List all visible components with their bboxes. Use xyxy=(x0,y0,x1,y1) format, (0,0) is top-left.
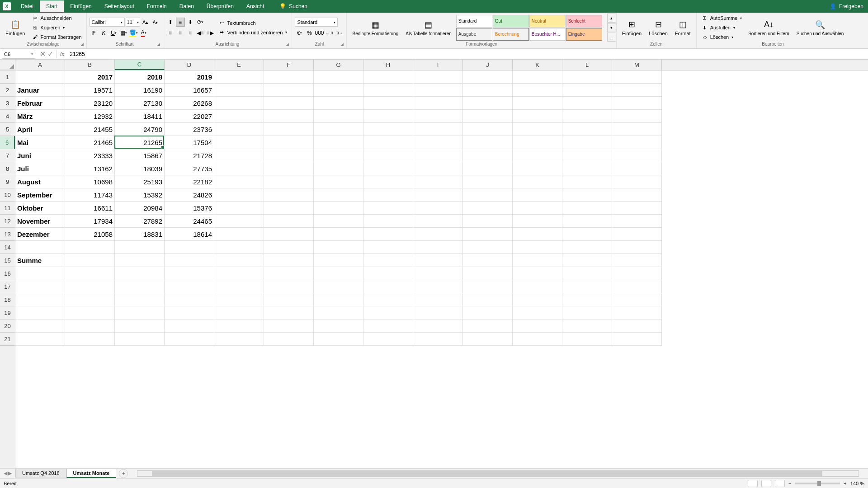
align-center-button[interactable]: ≡ xyxy=(176,28,185,38)
horizontal-scrollbar[interactable] xyxy=(137,470,859,477)
cell[interactable] xyxy=(363,215,413,228)
cell[interactable] xyxy=(513,136,562,149)
dialog-launcher-icon[interactable]: ◢ xyxy=(157,42,160,47)
cell[interactable] xyxy=(264,188,314,202)
cell[interactable] xyxy=(413,267,463,280)
cell[interactable]: Juni xyxy=(15,149,65,162)
row-header-9[interactable]: 9 xyxy=(0,175,15,188)
cell[interactable] xyxy=(314,202,363,215)
cell[interactable] xyxy=(65,293,115,306)
cell[interactable] xyxy=(612,97,662,110)
cell[interactable] xyxy=(115,280,165,293)
cell[interactable] xyxy=(15,319,65,333)
cell[interactable]: Januar xyxy=(15,84,65,97)
cell[interactable] xyxy=(214,188,264,202)
cell[interactable] xyxy=(562,280,612,293)
currency-button[interactable]: €▾ xyxy=(295,28,304,38)
col-header-G[interactable]: G xyxy=(314,60,363,70)
cell[interactable] xyxy=(363,319,413,333)
cell[interactable] xyxy=(463,280,513,293)
cell[interactable] xyxy=(513,202,562,215)
cell[interactable] xyxy=(363,306,413,319)
align-bottom-button[interactable]: ⬇ xyxy=(186,18,195,27)
cell[interactable] xyxy=(264,293,314,306)
cell[interactable] xyxy=(463,123,513,136)
cell[interactable] xyxy=(314,84,363,97)
cell[interactable] xyxy=(15,293,65,306)
cell[interactable] xyxy=(513,149,562,162)
cell[interactable] xyxy=(314,136,363,149)
cell[interactable]: 22182 xyxy=(165,175,214,188)
conditional-formatting-button[interactable]: ▦ Bedingte Formatierung xyxy=(349,14,401,42)
cell[interactable] xyxy=(562,123,612,136)
cell[interactable] xyxy=(363,149,413,162)
cell[interactable] xyxy=(463,293,513,306)
cell[interactable] xyxy=(314,215,363,228)
cell[interactable] xyxy=(612,175,662,188)
cell[interactable] xyxy=(314,241,363,254)
cell[interactable] xyxy=(562,188,612,202)
cell[interactable] xyxy=(562,254,612,267)
cell[interactable] xyxy=(413,162,463,175)
cell[interactable] xyxy=(413,123,463,136)
cell[interactable] xyxy=(612,136,662,149)
page-break-view-button[interactable] xyxy=(775,480,785,487)
cell[interactable] xyxy=(463,70,513,84)
tab-formeln[interactable]: Formeln xyxy=(141,0,173,12)
cell[interactable]: 21465 xyxy=(65,136,115,149)
cell[interactable] xyxy=(65,333,115,346)
cell[interactable] xyxy=(264,162,314,175)
cell[interactable] xyxy=(562,84,612,97)
cell[interactable] xyxy=(562,149,612,162)
col-header-L[interactable]: L xyxy=(562,60,612,70)
cell[interactable] xyxy=(413,254,463,267)
sheet-nav[interactable]: ◀ ▶ xyxy=(0,470,15,476)
cell[interactable] xyxy=(513,319,562,333)
align-top-button[interactable]: ⬆ xyxy=(166,18,175,27)
cell[interactable] xyxy=(463,333,513,346)
formula-input[interactable] xyxy=(68,50,868,59)
cell[interactable] xyxy=(562,136,612,149)
row-header-4[interactable]: 4 xyxy=(0,110,15,123)
cell[interactable] xyxy=(413,136,463,149)
tab-seitenlayout[interactable]: Seitenlayout xyxy=(98,0,141,12)
cell[interactable]: 2018 xyxy=(115,70,165,84)
cell[interactable] xyxy=(612,241,662,254)
cell[interactable] xyxy=(612,149,662,162)
cell[interactable] xyxy=(363,280,413,293)
row-header-5[interactable]: 5 xyxy=(0,123,15,136)
cell[interactable] xyxy=(165,319,214,333)
add-sheet-button[interactable]: + xyxy=(119,469,128,478)
search-area[interactable]: 💡 Suchen xyxy=(279,3,307,9)
cell[interactable]: 25193 xyxy=(115,175,165,188)
cell[interactable] xyxy=(413,228,463,241)
cell[interactable] xyxy=(314,123,363,136)
cell[interactable] xyxy=(15,333,65,346)
cell[interactable] xyxy=(214,333,264,346)
col-header-M[interactable]: M xyxy=(612,60,662,70)
cell[interactable] xyxy=(612,267,662,280)
cell[interactable] xyxy=(413,306,463,319)
cell[interactable] xyxy=(463,241,513,254)
cell[interactable]: 21058 xyxy=(65,228,115,241)
col-header-I[interactable]: I xyxy=(413,60,463,70)
cell[interactable] xyxy=(612,123,662,136)
cell[interactable]: 21728 xyxy=(165,149,214,162)
cell[interactable] xyxy=(513,188,562,202)
bold-button[interactable]: F xyxy=(90,28,99,38)
cell[interactable]: 23120 xyxy=(65,97,115,110)
cut-button[interactable]: ✂Ausschneiden xyxy=(29,14,83,23)
col-header-C[interactable]: C xyxy=(115,60,165,70)
cell[interactable] xyxy=(513,241,562,254)
cell[interactable] xyxy=(513,70,562,84)
zoom-out-button[interactable]: − xyxy=(788,481,791,486)
cell[interactable] xyxy=(612,228,662,241)
cell[interactable] xyxy=(562,215,612,228)
cell[interactable] xyxy=(264,241,314,254)
cell[interactable] xyxy=(363,70,413,84)
increase-decimal-button[interactable]: ←.0 xyxy=(325,28,334,38)
cell[interactable] xyxy=(363,84,413,97)
cell[interactable]: 15376 xyxy=(165,202,214,215)
cell[interactable] xyxy=(264,267,314,280)
format-as-table-button[interactable]: ▤ Als Tabelle formatieren xyxy=(403,14,454,42)
